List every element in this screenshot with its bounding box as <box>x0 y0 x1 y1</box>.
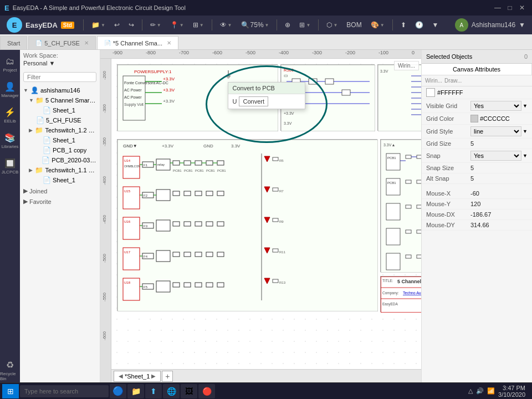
tab-5ch-sma-close[interactable]: ✕ <box>167 40 171 46</box>
add-schema-tab-button[interactable]: + <box>162 371 173 382</box>
taskbar-right: △ 🔊 📶 3:47 PM 3/10/2020 <box>468 385 530 398</box>
logo-area[interactable]: E EasyEDA Std <box>2 17 79 33</box>
bg-color-swatch[interactable] <box>426 88 435 97</box>
snap-arrow[interactable]: ▼ <box>523 153 528 158</box>
svg-rect-124 <box>217 252 224 257</box>
workspace-select[interactable]: Personal ▼ <box>23 59 96 68</box>
file-arrow: ▼ <box>101 23 105 28</box>
svg-rect-121 <box>184 252 191 257</box>
svg-rect-143 <box>273 218 278 222</box>
tree-user[interactable]: ▼ 👤 ashishamu146 <box>20 85 100 95</box>
schema-tab-sheet1[interactable]: ◀ *Sheet_1 ▶ <box>114 371 161 382</box>
tree-pcb-2020[interactable]: 📄 PCB_2020-03-05 ... <box>20 155 100 165</box>
tab-start[interactable]: Start <box>0 36 27 49</box>
expand-arrow3: ▶ <box>29 127 33 133</box>
net-button[interactable]: ⬡ ▼ <box>323 19 341 30</box>
close-button[interactable]: ✕ <box>516 2 528 13</box>
favorite-section[interactable]: ▶ Favorite <box>20 196 100 206</box>
color-button[interactable]: 🎨 ▼ <box>367 19 388 30</box>
svg-text:-450: -450 <box>102 214 107 224</box>
bom-button[interactable]: BOM <box>343 19 365 30</box>
zoom-button[interactable]: 🔍 75% ▼ <box>238 19 273 30</box>
maximize-button[interactable]: □ <box>504 2 515 13</box>
grid-dropdown-button[interactable]: ⊞ ▼ <box>296 19 314 30</box>
tab-5ch-fuse[interactable]: 📄 5_CH_FUSE ✕ <box>28 36 96 49</box>
cursor-button[interactable]: ⊕ <box>282 19 294 30</box>
taskbar-app-image[interactable]: 🖼 <box>181 384 197 398</box>
svg-text:R9: R9 <box>279 220 284 223</box>
jlcpcb-nav[interactable]: 🔲 JLCPCB <box>0 154 20 178</box>
place-button[interactable]: ⊞ ▼ <box>190 19 207 30</box>
tab-5ch-fuse-close[interactable]: ✕ <box>84 40 89 46</box>
expand-arrow4: ▶ <box>29 167 33 173</box>
schema-tab-nav-next[interactable]: ▶ <box>151 373 156 379</box>
tree-sheet1-b[interactable]: 📄 Sheet_1 <box>20 135 100 145</box>
taskbar-app-edge[interactable]: 🌐 <box>163 384 180 398</box>
undo-button[interactable]: ↩ <box>111 19 123 30</box>
taskbar-app-explorer[interactable]: 📁 <box>127 384 144 398</box>
convert-button[interactable]: Convert <box>239 96 268 106</box>
taskbar-search[interactable] <box>20 385 109 397</box>
visible-grid-select[interactable]: YesNo <box>470 101 521 111</box>
svg-rect-77 <box>195 161 202 165</box>
tree-5ch-fuse[interactable]: 📄 5_CH_FUSE <box>20 115 100 125</box>
tray-volume[interactable]: 🔊 <box>476 387 484 395</box>
grid-style-arrow[interactable]: ▼ <box>523 129 528 134</box>
eelib-nav[interactable]: ⚡ EELib <box>0 103 20 127</box>
tree-sheet1-a[interactable]: 📄 Sheet_1 <box>20 105 100 115</box>
tree-techswitch12[interactable]: ▶ 📁 Techswitch_1.2 - ma... <box>20 125 100 135</box>
user-area[interactable]: A Ashishamu146 ▼ <box>451 18 530 32</box>
manager-nav[interactable]: 👤 Manager <box>0 78 20 102</box>
tree-techswitch11[interactable]: ▶ 📁 Techswitch_1.1 - ma... <box>20 165 100 175</box>
canvas-attr-tab[interactable]: Canvas Attributes <box>422 64 532 75</box>
file-icon4: 📄 <box>43 146 51 154</box>
schema-tab-nav-prev[interactable]: ◀ <box>119 373 123 379</box>
tray-network[interactable]: 📶 <box>487 387 495 395</box>
grid-style-select[interactable]: linedot <box>470 126 521 136</box>
wiring-tab[interactable]: Wirin... <box>425 78 442 84</box>
taskbar-app-cortana[interactable]: 🔵 <box>110 384 126 398</box>
svg-text:U14: U14 <box>124 159 131 162</box>
folder-icon2: 📁 <box>35 96 44 104</box>
start-button[interactable]: ⊞ <box>2 384 19 398</box>
tree-5ch-smart[interactable]: ▼ 📁 5 Channel Smart Sv... <box>20 95 100 105</box>
share-button[interactable]: ⬆ <box>397 19 410 30</box>
libraries-nav[interactable]: 📚 Libraries <box>0 129 20 153</box>
tree-pcb-copy[interactable]: 📄 PCB_1 copy <box>20 145 100 155</box>
canvas-area[interactable]: -900 -800 -700 -600 -500 -400 -300 -200 … <box>100 50 421 382</box>
minimize-button[interactable]: — <box>492 2 503 13</box>
view-button[interactable]: 👁 ▼ <box>217 19 236 30</box>
pencil-button[interactable]: ✏ ▼ <box>147 19 165 30</box>
tree-techswitch11-label: Techswitch_1.1 - ma... <box>45 167 96 173</box>
draw-tab[interactable]: Draw... <box>444 78 462 84</box>
file-button[interactable]: 📁 ▼ <box>88 19 109 30</box>
svg-rect-158 <box>406 155 411 158</box>
svg-rect-135 <box>217 283 224 287</box>
eelib-icon: ⚡ <box>4 107 16 117</box>
tab-5ch-sma[interactable]: 📄 *5 Channel Sma... ✕ <box>97 36 178 49</box>
svg-text:PCB1: PCB1 <box>206 169 215 172</box>
pin-button[interactable]: 📍 ▼ <box>167 19 187 30</box>
selected-objects-header: Selected Objects 0 <box>422 50 532 64</box>
taskbar-app-office[interactable]: 🔴 <box>198 384 215 398</box>
more-button[interactable]: ▼ <box>429 19 442 30</box>
recycle-nav[interactable]: ♻ Recycle Bin <box>0 358 20 382</box>
tray-arrow[interactable]: △ <box>468 387 473 395</box>
grid-color-swatch[interactable] <box>470 115 478 122</box>
redo-button[interactable]: ↪ <box>125 19 137 30</box>
snap-select[interactable]: YesNo <box>470 151 521 161</box>
svg-rect-167 <box>417 180 421 183</box>
sep1 <box>83 19 84 30</box>
mouse-y-value: 120 <box>470 201 480 207</box>
draw-wiring-tabs: Wirin... Draw... <box>422 75 532 86</box>
svg-rect-110 <box>184 222 191 226</box>
tree-sheet1-c[interactable]: 📄 Sheet_1 <box>20 175 100 185</box>
visible-grid-arrow[interactable]: ▼ <box>523 103 528 109</box>
taskbar-app-upload[interactable]: ⬆ <box>145 384 162 398</box>
share-icon: ⬆ <box>401 21 406 29</box>
joined-section[interactable]: ▶ Joined <box>20 185 100 196</box>
history-button[interactable]: 🕐 <box>412 19 427 30</box>
project-nav[interactable]: 🗂 Project <box>0 52 20 76</box>
sep4 <box>277 19 277 30</box>
filter-input[interactable] <box>23 72 96 82</box>
